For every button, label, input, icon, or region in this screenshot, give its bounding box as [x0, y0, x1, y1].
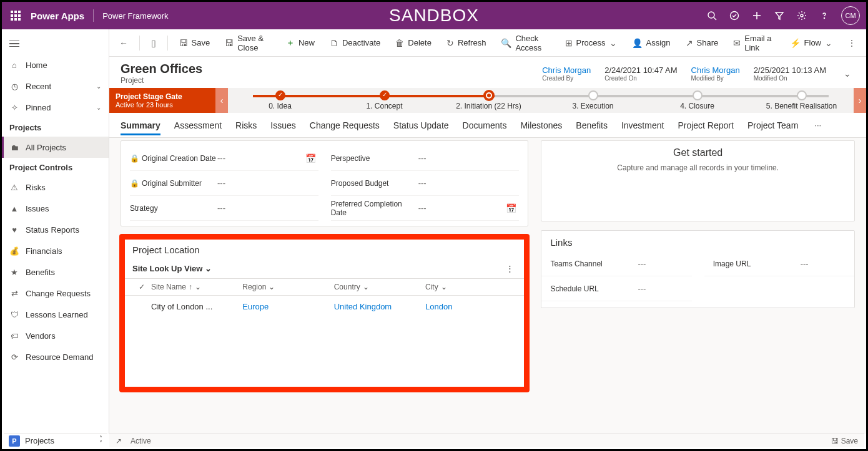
- chevron-down-icon: ⌄: [363, 283, 369, 291]
- field-teams-channel[interactable]: Teams Channel---: [541, 251, 691, 276]
- chevron-down-icon: ⌄: [195, 283, 201, 291]
- nav-vendors[interactable]: 🏷Vendors: [2, 325, 109, 346]
- deactivate-button[interactable]: 🗋Deactivate: [323, 34, 387, 52]
- tab-documents[interactable]: Documents: [463, 115, 507, 135]
- back-button[interactable]: ←: [113, 34, 134, 52]
- timeline-sub: Capture and manage all records in your t…: [554, 163, 842, 172]
- tab-overflow[interactable]: ···: [812, 120, 824, 130]
- bpf-stage-5[interactable]: 5. Benefit Realisation: [749, 88, 854, 113]
- add-icon[interactable]: [751, 10, 762, 21]
- nav-recent[interactable]: ◷ Recent ⌄: [2, 75, 109, 97]
- cycle-icon: ⟳: [9, 352, 19, 362]
- tab-benefits[interactable]: Benefits: [576, 115, 608, 135]
- global-header: Power Apps Power Framework SANDBOX CM: [2, 2, 866, 29]
- nav-change-requests[interactable]: ⇄Change Requests: [2, 283, 109, 304]
- bpf-dot-done-icon: [380, 90, 390, 100]
- nav-all-projects[interactable]: 🖿 All Projects: [2, 137, 109, 158]
- settings-icon[interactable]: [796, 10, 807, 21]
- nav-status-reports[interactable]: ♥Status Reports: [2, 219, 109, 240]
- subgrid-row[interactable]: City of London ... Europe United Kingdom…: [124, 296, 525, 318]
- header-expand-toggle[interactable]: ⌄: [840, 69, 855, 79]
- cell-region[interactable]: Europe: [242, 302, 333, 311]
- nav-issues[interactable]: ▲Issues: [2, 198, 109, 219]
- field-perspective[interactable]: Perspective ---: [331, 146, 520, 171]
- tab-summary[interactable]: Summary: [121, 115, 160, 135]
- col-country[interactable]: Country ⌄: [334, 283, 425, 291]
- field-original-creation-date[interactable]: 🔒Original Creation Date --- 📅: [130, 146, 318, 171]
- bpf-stage-1[interactable]: 1. Concept: [332, 88, 436, 113]
- field-preferred-completion-date[interactable]: Preferred Completion Date --- 📅: [331, 196, 520, 221]
- filter-icon[interactable]: [774, 10, 785, 21]
- area-switcher[interactable]: P Projects ˄˅: [4, 434, 107, 447]
- view-selector[interactable]: Site Look Up View⌄: [132, 264, 212, 273]
- new-button[interactable]: ＋New: [280, 34, 321, 52]
- help-icon[interactable]: [819, 10, 830, 21]
- tab-status-update[interactable]: Status Update: [393, 115, 449, 135]
- select-all-checkbox[interactable]: ✓: [132, 283, 151, 291]
- project-location-section: Project Location Site Look Up View⌄ ⋮ ✓ …: [121, 235, 528, 391]
- user-avatar[interactable]: CM: [841, 6, 860, 25]
- nav-pinned[interactable]: ✧ Pinned ⌄: [2, 97, 109, 118]
- refresh-button[interactable]: ↻Refresh: [440, 34, 493, 52]
- nav-risks[interactable]: ⚠Risks: [2, 177, 109, 198]
- sidebar-toggle[interactable]: [2, 33, 109, 54]
- bpf-prev-button[interactable]: ‹: [215, 88, 228, 113]
- cell-country[interactable]: United Kingdom: [334, 302, 425, 311]
- save-close-button[interactable]: 🖫Save & Close: [219, 30, 277, 56]
- field-image-url[interactable]: Image URL---: [704, 251, 854, 276]
- nav-resource-demand[interactable]: ⟳Resource Demand: [2, 346, 109, 367]
- bpf-active-stage-banner[interactable]: Project Stage Gate Active for 23 hours: [109, 88, 215, 113]
- row-checkbox[interactable]: [132, 302, 151, 311]
- delete-button[interactable]: 🗑Delete: [389, 34, 438, 52]
- tab-project-report[interactable]: Project Report: [678, 115, 733, 135]
- share-button[interactable]: ↗Share: [679, 34, 725, 52]
- field-original-submitter[interactable]: 🔒Original Submitter ---: [130, 171, 318, 196]
- email-link-button[interactable]: ✉Email a Link: [727, 30, 781, 56]
- col-region[interactable]: Region ⌄: [242, 283, 333, 291]
- area-switch-icon[interactable]: ˄˅: [99, 436, 102, 446]
- bpf-stage-2[interactable]: 2. Initiation (22 Hrs): [436, 88, 541, 113]
- tab-assessment[interactable]: Assessment: [174, 115, 222, 135]
- tab-milestones[interactable]: Milestones: [520, 115, 562, 135]
- col-city[interactable]: City ⌄: [425, 283, 516, 291]
- nav-lessons-learned[interactable]: 🛡Lessons Learned: [2, 304, 109, 325]
- nav-benefits[interactable]: ★Benefits: [2, 261, 109, 283]
- overflow-button[interactable]: ⋮: [841, 34, 862, 52]
- process-button[interactable]: ⊞Process ⌄: [559, 34, 623, 52]
- nav-label: Status Reports: [26, 225, 79, 235]
- calendar-icon[interactable]: 📅: [303, 153, 318, 163]
- field-proposed-budget[interactable]: Proposed Budget ---: [331, 171, 520, 196]
- bpf-next-button[interactable]: ›: [854, 88, 866, 113]
- header-actions: CM: [706, 6, 860, 25]
- assign-button[interactable]: 👤Assign: [626, 34, 677, 52]
- tab-risks[interactable]: Risks: [235, 115, 257, 135]
- bpf-stage-0[interactable]: 0. Idea: [228, 88, 332, 113]
- tab-project-team[interactable]: Project Team: [747, 115, 798, 135]
- lock-icon: 🔒: [130, 179, 139, 188]
- nav-home[interactable]: ⌂ Home: [2, 54, 109, 75]
- nav-financials[interactable]: 💰Financials: [2, 240, 109, 261]
- app-framework-name[interactable]: Power Framework: [102, 11, 168, 21]
- bpf-stage-3[interactable]: 3. Execution: [541, 88, 645, 113]
- task-icon[interactable]: [729, 10, 740, 21]
- bpf-stage-4[interactable]: 4. Closure: [645, 88, 749, 113]
- flow-button[interactable]: ⚡Flow ⌄: [784, 34, 839, 52]
- tab-issues[interactable]: Issues: [270, 115, 295, 135]
- popout-icon[interactable]: ↗: [116, 437, 122, 445]
- search-icon[interactable]: [706, 10, 718, 21]
- col-site-name[interactable]: Site Name ↑ ⌄: [151, 283, 242, 291]
- field-schedule-url[interactable]: Schedule URL---: [541, 276, 691, 301]
- app-launcher-icon[interactable]: [7, 7, 24, 24]
- calendar-icon[interactable]: 📅: [503, 203, 519, 213]
- open-record-set-button[interactable]: ▯: [145, 34, 162, 52]
- check-access-button[interactable]: 🔍Check Access: [495, 30, 556, 56]
- subgrid-overflow[interactable]: ⋮: [503, 261, 516, 276]
- tab-change-requests[interactable]: Change Requests: [310, 115, 380, 135]
- footer-save-button[interactable]: 🖫Save: [831, 437, 858, 445]
- alert-icon: ▲: [9, 204, 19, 213]
- save-button[interactable]: 🖫Save: [173, 34, 217, 52]
- back-icon: ←: [119, 38, 128, 48]
- cell-city[interactable]: London: [425, 302, 516, 311]
- field-strategy[interactable]: Strategy ---: [130, 196, 318, 221]
- tab-investment[interactable]: Investment: [621, 115, 664, 135]
